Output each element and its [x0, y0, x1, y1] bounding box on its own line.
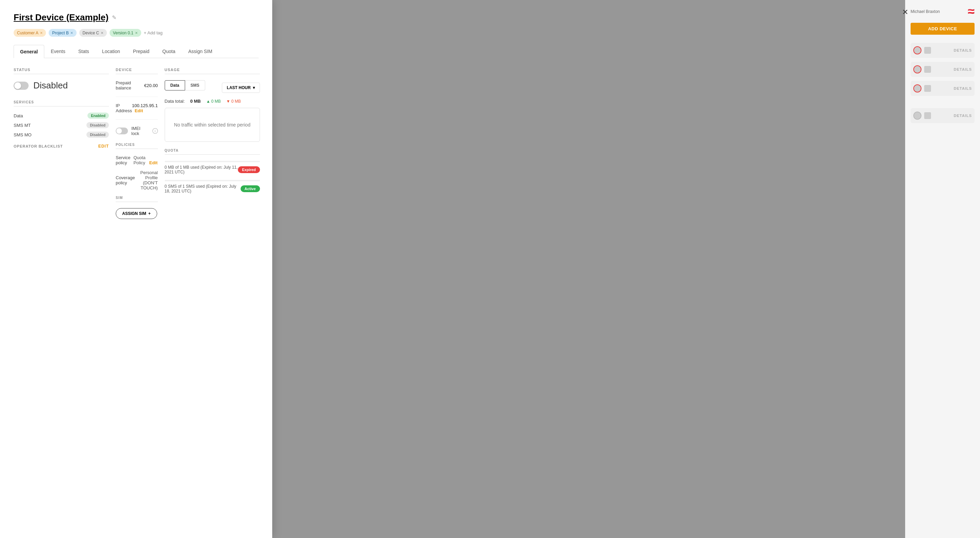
operator-blacklist-row: OPERATOR BLACKLIST Edit — [14, 144, 109, 149]
data-total-value: 0 MB — [190, 98, 201, 104]
usage-section-title: USAGE — [165, 68, 260, 74]
imei-lock-label: IMEI lock — [131, 126, 149, 136]
tag-label: Version 0.1 — [113, 30, 134, 35]
assign-sim-label: ASSIGN SIM — [122, 211, 146, 216]
coverage-policy-value: Personal Profile (DON'T TOUCH) — [135, 170, 158, 190]
ip-address-edit[interactable]: Edit — [135, 108, 143, 113]
ip-address-value-group: 100.125.95.1 Edit — [132, 103, 158, 113]
details-link[interactable]: DETAILS — [954, 67, 972, 71]
arrow-down-icon: ▼ — [226, 99, 231, 104]
status-section-title: STATUS — [14, 68, 109, 74]
status-toggle[interactable] — [14, 82, 29, 90]
tab-quota[interactable]: Quota — [156, 45, 182, 58]
sim-title: SIM — [116, 196, 158, 202]
tag-device: Device C × — [79, 29, 107, 37]
details-link[interactable]: DETAILS — [954, 48, 972, 52]
add-device-button[interactable]: ADD DEVICE — [911, 23, 975, 35]
quota-description: 0 MB of 1 MB used (Expired on: July 11, … — [165, 165, 238, 175]
status-section: STATUS Disabled SERVICES Data Enabled SM… — [14, 68, 109, 219]
quota-item-mb: 0 MB of 1 MB used (Expired on: July 11, … — [165, 161, 260, 175]
quota-active-badge[interactable]: Active — [240, 185, 260, 192]
list-item[interactable]: DETAILS — [911, 43, 975, 58]
tab-general[interactable]: General — [14, 45, 44, 58]
service-policy-row: Service policy Quota Policy Edit — [116, 155, 158, 165]
usage-tab-data[interactable]: Data — [165, 80, 185, 90]
quota-description: 0 SMS of 1 SMS used (Expired on: July 18… — [165, 184, 240, 194]
status-label: Disabled — [33, 80, 68, 91]
traffic-chart: No traffic within selected time period — [165, 108, 260, 142]
service-name: Data — [14, 113, 23, 118]
list-item[interactable]: DETAILS — [911, 62, 975, 77]
service-policy-value-group: Quota Policy Edit — [134, 155, 158, 165]
usage-period-label: LAST HOUR — [227, 86, 251, 90]
imei-lock-row: IMEI lock i — [116, 126, 158, 136]
download-value: ▼ 0 MB — [226, 99, 241, 104]
quota-info-row: 0 SMS of 1 SMS used (Expired on: July 18… — [165, 184, 260, 194]
service-policy-edit[interactable]: Edit — [149, 160, 158, 165]
tab-events[interactable]: Events — [44, 45, 72, 58]
tabs-nav: General Events Stats Location Prepaid Qu… — [14, 45, 259, 58]
assign-sim-button[interactable]: ASSIGN SIM + — [116, 208, 157, 219]
tag-project: Project B × — [49, 29, 76, 37]
details-link[interactable]: DETAILS — [954, 86, 972, 90]
device-list: DETAILS DETAILS DETAILS DETAILS — [905, 40, 980, 126]
tab-assign-sim[interactable]: Assign SIM — [182, 45, 219, 58]
close-button[interactable]: ✕ — [900, 7, 911, 18]
service-sms-mt: SMS MT Disabled — [14, 122, 109, 128]
service-data: Data Enabled — [14, 113, 109, 119]
usage-section: USAGE Data SMS LAST HOUR ▾ Data total: 0… — [165, 68, 260, 219]
details-link[interactable]: DETAILS — [954, 114, 972, 117]
service-badge: Enabled — [88, 113, 109, 119]
usage-tab-sms[interactable]: SMS — [185, 80, 205, 90]
user-name: Michael Braxton — [911, 9, 940, 14]
quota-expired-badge[interactable]: Expired — [238, 166, 259, 173]
add-tag-button[interactable]: + Add tag — [144, 30, 163, 35]
sim-icon — [924, 85, 931, 92]
upload-value: ▲ 0 MB — [206, 99, 221, 104]
sim-icon — [924, 112, 931, 119]
toggle-knob — [14, 82, 21, 89]
edit-title-icon[interactable]: ✎ — [112, 14, 116, 21]
title-row: First Device (Example) ✎ — [14, 12, 259, 23]
usage-period-selector[interactable]: LAST HOUR ▾ — [222, 83, 260, 93]
imei-info-icon[interactable]: i — [153, 128, 158, 134]
tag-version: Version 0.1 × — [110, 29, 141, 37]
data-total-row: Data total: 0 MB ▲ 0 MB ▼ 0 MB — [165, 98, 260, 104]
prepaid-balance-row: Prepaid balance €20.00 — [116, 80, 158, 97]
tag-remove-icon[interactable]: × — [101, 30, 103, 35]
coverage-policy-row: Coverage policy Personal Profile (DON'T … — [116, 170, 158, 190]
quota-bar-track — [165, 180, 260, 181]
services-title: SERVICES — [14, 100, 109, 106]
right-panel-header: Michael Braxton 🇦🇹 — [905, 5, 980, 20]
tag-remove-icon[interactable]: × — [40, 30, 43, 35]
usage-data-sms-tabs: Data SMS — [165, 80, 205, 90]
service-policy-label: Service policy — [116, 155, 134, 165]
list-item[interactable]: DETAILS — [911, 81, 975, 96]
tab-prepaid[interactable]: Prepaid — [127, 45, 156, 58]
sim-icon — [924, 66, 931, 73]
operator-blacklist-edit[interactable]: Edit — [98, 144, 109, 149]
service-policy-value: Quota Policy — [134, 155, 145, 165]
status-indicator — [913, 84, 921, 92]
device-title: First Device (Example) — [14, 12, 108, 23]
right-panel: Michael Braxton 🇦🇹 ADD DEVICE DETAILS DE… — [905, 0, 980, 538]
tab-location[interactable]: Location — [95, 45, 127, 58]
tag-remove-icon[interactable]: × — [135, 30, 138, 35]
quota-bar-track — [165, 161, 260, 162]
status-toggle-row: Disabled — [14, 80, 109, 91]
sim-icon — [924, 47, 931, 54]
services-list: Data Enabled SMS MT Disabled SMS MO Disa… — [14, 113, 109, 138]
no-traffic-message: No traffic within selected time period — [174, 121, 250, 129]
prepaid-balance-label: Prepaid balance — [116, 80, 144, 90]
device-detail-modal: ✕ First Device (Example) ✎ Customer A × … — [0, 0, 272, 538]
quota-item-sms: 0 SMS of 1 SMS used (Expired on: July 18… — [165, 180, 260, 194]
ip-address-row: IP Address 100.125.95.1 Edit — [116, 103, 158, 120]
usage-tabs-row: Data SMS LAST HOUR ▾ — [165, 80, 260, 95]
tag-label: Device C — [83, 30, 99, 35]
tab-stats[interactable]: Stats — [72, 45, 95, 58]
imei-toggle[interactable] — [116, 127, 128, 134]
policies-title: POLICIES — [116, 143, 158, 149]
list-item[interactable]: DETAILS — [911, 108, 975, 123]
service-name: SMS MO — [14, 132, 32, 137]
tag-remove-icon[interactable]: × — [70, 30, 73, 35]
